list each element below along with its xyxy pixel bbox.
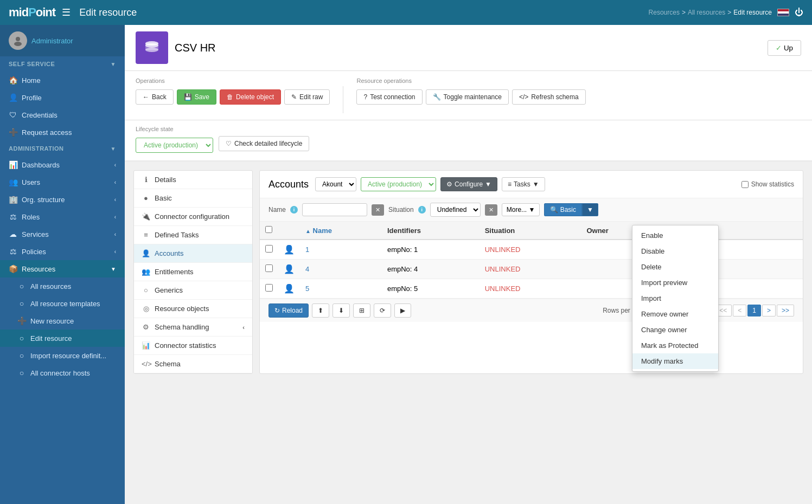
toggle-maintenance-button[interactable]: 🔧 Toggle maintenance bbox=[426, 89, 509, 105]
situation-filter-clear[interactable]: ✕ bbox=[485, 204, 497, 216]
administration-header[interactable]: ADMINISTRATION ▼ bbox=[0, 141, 125, 156]
name-filter-clear[interactable]: ✕ bbox=[372, 204, 384, 216]
lifecycle-section: Lifecycle state Active (production) bbox=[136, 126, 213, 153]
resource-icon bbox=[136, 31, 168, 64]
check-lifecycle-button[interactable]: ♡ Check detailed lifecycle bbox=[219, 136, 309, 151]
nav-item-connector-config[interactable]: 🔌 Connector configuration bbox=[134, 208, 252, 226]
sidebar-item-services[interactable]: ☁ Services ‹ bbox=[0, 225, 125, 243]
all-resources-icon: ○ bbox=[17, 282, 26, 290]
sidebar-item-all-resources[interactable]: ○ All resources bbox=[0, 277, 125, 295]
sidebar-item-org[interactable]: 🏢 Org. structure ‹ bbox=[0, 191, 125, 208]
configure-button[interactable]: ⚙ Configure ▼ bbox=[440, 177, 497, 191]
situation-filter-select[interactable]: Undefined bbox=[430, 203, 481, 217]
nav-item-basic[interactable]: ● Basic bbox=[134, 189, 252, 208]
situation-info-icon[interactable]: i bbox=[418, 206, 426, 214]
checkmark-icon: ✓ bbox=[776, 44, 782, 52]
sidebar-item-policies[interactable]: ⚖ Policies ‹ bbox=[0, 243, 125, 260]
nav-item-schema-handling[interactable]: ⚙ Schema handling ‹ bbox=[134, 318, 252, 337]
dropdown-import[interactable]: Import bbox=[632, 290, 718, 306]
search-caret-button[interactable]: ▼ bbox=[582, 203, 598, 216]
nav-item-accounts[interactable]: 👤 Accounts bbox=[134, 244, 252, 263]
dropdown-disable[interactable]: Disable bbox=[632, 243, 718, 259]
show-statistics-checkbox[interactable] bbox=[741, 181, 749, 188]
nav-item-entitlements[interactable]: 👥 Entitlements bbox=[134, 263, 252, 281]
tasks-button[interactable]: ≡ Tasks ▼ bbox=[502, 177, 545, 191]
reload-button[interactable]: ↻ Reload bbox=[268, 303, 309, 318]
prev-page-button[interactable]: < bbox=[733, 305, 746, 316]
breadcrumb-all-resources[interactable]: All resources bbox=[688, 9, 725, 16]
dropdown-import-preview[interactable]: Import preview bbox=[632, 275, 718, 290]
search-button[interactable]: 🔍 Basic bbox=[544, 203, 582, 216]
refresh-button[interactable]: ⟳ bbox=[374, 303, 391, 318]
dropdown-mark-protected[interactable]: Mark as Protected bbox=[632, 338, 718, 353]
nav-item-generics[interactable]: ○ Generics bbox=[134, 281, 252, 300]
sidebar-item-profile[interactable]: 👤 Profile bbox=[0, 89, 125, 106]
sidebar-item-request-access[interactable]: ➕ Request access bbox=[0, 124, 125, 141]
refresh-schema-button[interactable]: </> Refresh schema bbox=[512, 89, 586, 105]
nav-item-details[interactable]: ℹ Details bbox=[134, 171, 252, 189]
sidebar-item-users[interactable]: 👥 Users ‹ bbox=[0, 173, 125, 191]
sidebar-item-home[interactable]: 🏠 Home bbox=[0, 72, 125, 89]
flag-icon[interactable] bbox=[777, 9, 789, 16]
accounts-filter-dropdown[interactable]: Akount bbox=[315, 177, 356, 191]
th-name[interactable]: ▲ Name bbox=[300, 222, 382, 240]
row-link-5[interactable]: 5 bbox=[305, 285, 309, 293]
sidebar-item-roles[interactable]: ⚖ Roles ‹ bbox=[0, 208, 125, 225]
test-connection-button[interactable]: ? Test connection bbox=[356, 89, 422, 105]
more-button[interactable]: More... ▼ bbox=[502, 203, 540, 216]
row-link-4[interactable]: 4 bbox=[305, 265, 309, 273]
next-page-button[interactable]: > bbox=[762, 305, 776, 316]
self-service-header[interactable]: SELF SERVICE ▼ bbox=[0, 56, 125, 72]
sidebar-item-import-resource[interactable]: ○ Import resource definit... bbox=[0, 347, 125, 364]
nav-item-schema[interactable]: </> Schema bbox=[134, 355, 252, 373]
back-button[interactable]: ← Back bbox=[136, 89, 174, 105]
dropdown-modify-marks[interactable]: Modify marks bbox=[632, 353, 718, 369]
sidebar-item-all-resource-templates[interactable]: ○ All resource templates bbox=[0, 295, 125, 312]
row-checkbox-1[interactable] bbox=[265, 245, 273, 253]
nav-item-resource-objects[interactable]: ◎ Resource objects bbox=[134, 300, 252, 318]
breadcrumb-resources[interactable]: Resources bbox=[649, 9, 680, 16]
upload-button[interactable]: ⬆ bbox=[312, 303, 329, 318]
hamburger-icon[interactable]: ☰ bbox=[62, 7, 71, 18]
dropdown-remove-owner[interactable]: Remove owner bbox=[632, 306, 718, 322]
sidebar-item-new-resource[interactable]: ➕ New resource bbox=[0, 312, 125, 329]
grid-button[interactable]: ⊞ bbox=[353, 303, 370, 318]
delete-button[interactable]: 🗑 Delete object bbox=[220, 89, 281, 105]
sidebar-item-edit-resource[interactable]: ○ Edit resource bbox=[0, 329, 125, 347]
row-link-1[interactable]: 1 bbox=[305, 245, 309, 254]
sidebar-item-all-connector-hosts[interactable]: ○ All connector hosts bbox=[0, 364, 125, 382]
download-button[interactable]: ⬇ bbox=[333, 303, 350, 318]
accounts-panel: Accounts Akount Active (production) ⚙ Co… bbox=[259, 170, 803, 374]
credentials-icon: 🛡 bbox=[9, 111, 17, 119]
power-icon[interactable]: ⏻ bbox=[795, 8, 803, 17]
arrow-icon-policies: ‹ bbox=[114, 249, 116, 255]
dropdown-enable[interactable]: Enable bbox=[632, 228, 718, 243]
select-all-checkbox[interactable] bbox=[265, 226, 272, 233]
dropdown-change-owner[interactable]: Change owner bbox=[632, 322, 718, 338]
edit-raw-button[interactable]: ✎ Edit raw bbox=[284, 89, 330, 105]
edit-icon: ✎ bbox=[291, 93, 297, 101]
name-info-icon[interactable]: i bbox=[290, 206, 298, 214]
play-icon: ▶ bbox=[400, 307, 405, 314]
row-checkbox-5[interactable] bbox=[265, 284, 273, 292]
play-button[interactable]: ▶ bbox=[394, 303, 411, 318]
up-button[interactable]: ✓ Up bbox=[768, 40, 801, 56]
dropdown-delete[interactable]: Delete bbox=[632, 259, 718, 275]
page-header: CSV HR ✓ Up bbox=[125, 25, 812, 71]
sidebar-user[interactable]: Administrator bbox=[0, 25, 125, 56]
nav-item-connector-statistics[interactable]: 📊 Connector statistics bbox=[134, 337, 252, 355]
page-1-button[interactable]: 1 bbox=[747, 305, 761, 316]
sidebar-item-dashboards[interactable]: 📊 Dashboards ‹ bbox=[0, 156, 125, 173]
sidebar-item-credentials[interactable]: 🛡 Credentials bbox=[0, 106, 125, 124]
lifecycle-filter-dropdown[interactable]: Active (production) bbox=[361, 177, 436, 191]
nav-item-defined-tasks[interactable]: ≡ Defined Tasks bbox=[134, 226, 252, 244]
show-statistics[interactable]: Show statistics bbox=[741, 180, 794, 188]
name-filter-input[interactable] bbox=[302, 203, 367, 216]
lifecycle-select[interactable]: Active (production) bbox=[136, 138, 213, 153]
last-page-button[interactable]: >> bbox=[777, 305, 794, 316]
row-checkbox-4[interactable] bbox=[265, 264, 273, 272]
topbar-right: Resources > All resources > Edit resourc… bbox=[649, 8, 803, 17]
resources-icon: 📦 bbox=[9, 264, 17, 273]
save-button[interactable]: 💾 Save bbox=[177, 89, 216, 105]
sidebar-item-resources[interactable]: 📦 Resources ▼ bbox=[0, 260, 125, 277]
